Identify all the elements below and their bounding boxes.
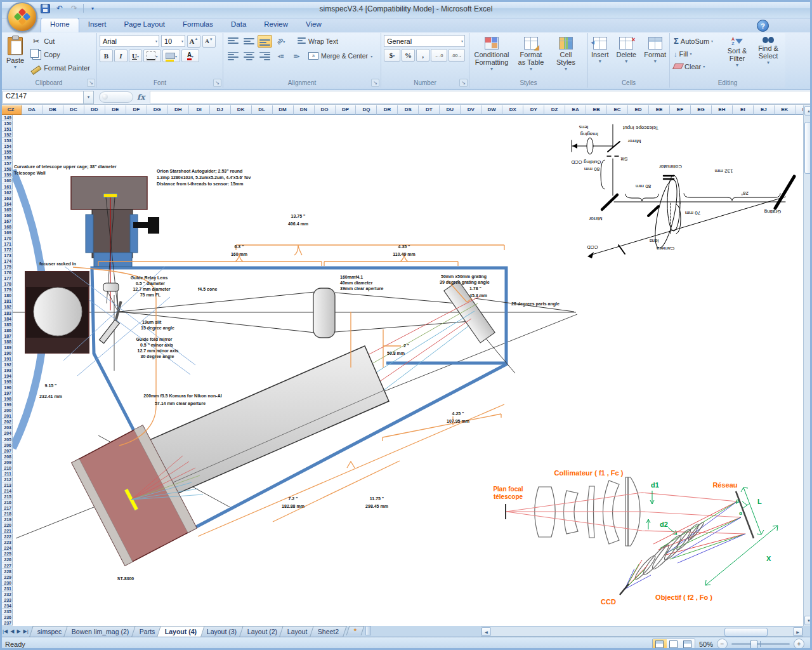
- column-header-DL[interactable]: DL: [252, 105, 273, 115]
- column-header-DE[interactable]: DE: [105, 105, 126, 115]
- row-header-199[interactable]: 199: [0, 402, 13, 408]
- row-header-220[interactable]: 220: [0, 522, 13, 528]
- column-header-DU[interactable]: DU: [440, 105, 461, 115]
- column-header-DR[interactable]: DR: [377, 105, 398, 115]
- tab-view[interactable]: View: [297, 18, 331, 32]
- zoom-level[interactable]: 50%: [699, 640, 713, 648]
- row-header-190[interactable]: 190: [0, 350, 13, 356]
- tab-insert[interactable]: Insert: [79, 18, 115, 32]
- row-header-233[interactable]: 233: [0, 597, 13, 603]
- redo-button[interactable]: ↷: [69, 3, 80, 14]
- row-header-187[interactable]: 187: [0, 333, 13, 339]
- row-header-171[interactable]: 171: [0, 241, 13, 247]
- row-header-232[interactable]: 232: [0, 592, 13, 597]
- increase-indent-button[interactable]: ≣▸: [289, 50, 304, 62]
- row-header-213[interactable]: 213: [0, 482, 13, 488]
- conditional-formatting-button[interactable]: Conditional Formatting ▾: [472, 35, 511, 73]
- align-middle-button[interactable]: [242, 35, 256, 48]
- insert-worksheet-tab[interactable]: *: [346, 626, 364, 635]
- row-header-230[interactable]: 230: [0, 580, 13, 586]
- scroll-up-button[interactable]: ▲: [804, 106, 812, 116]
- sheet-tab-bowen-lim-mag-2[interactable]: Bowen lim_mag (2): [64, 626, 138, 637]
- row-header-172[interactable]: 172: [0, 247, 13, 253]
- column-header-DZ[interactable]: DZ: [544, 105, 565, 115]
- row-header-166[interactable]: 166: [0, 213, 13, 218]
- align-left-button[interactable]: [226, 50, 240, 62]
- sheet-tab-sheet2[interactable]: Sheet2: [310, 626, 347, 637]
- column-header-DA[interactable]: DA: [22, 105, 43, 115]
- row-header-197[interactable]: 197: [0, 390, 13, 396]
- align-top-button[interactable]: [226, 35, 240, 48]
- sheet-tab-layout-4[interactable]: Layout (4): [157, 626, 206, 637]
- column-header-EK[interactable]: EK: [775, 105, 796, 115]
- row-header-209[interactable]: 209: [0, 460, 13, 465]
- column-header-EA[interactable]: EA: [565, 105, 586, 115]
- row-header-183[interactable]: 183: [0, 310, 13, 316]
- column-header-DQ[interactable]: DQ: [356, 105, 377, 115]
- font-dialog-launcher[interactable]: ↘: [213, 79, 221, 87]
- undo-button[interactable]: ↶: [54, 3, 65, 14]
- row-header-156[interactable]: 156: [0, 155, 13, 161]
- column-header-DY[interactable]: DY: [523, 105, 544, 115]
- prev-sheet-button[interactable]: ◀: [10, 628, 14, 634]
- row-header-231[interactable]: 231: [0, 586, 13, 592]
- tab-page-layout[interactable]: Page Layout: [115, 18, 174, 32]
- scroll-left-button[interactable]: ◀: [481, 627, 491, 636]
- column-header-DN[interactable]: DN: [294, 105, 315, 115]
- row-header-212[interactable]: 212: [0, 477, 13, 482]
- column-header-DH[interactable]: DH: [168, 105, 189, 115]
- number-dialog-launcher[interactable]: ↘: [459, 79, 468, 87]
- column-header-EF[interactable]: EF: [670, 105, 691, 115]
- row-header-168[interactable]: 168: [0, 224, 13, 230]
- tab-formulas[interactable]: Formulas: [174, 18, 222, 32]
- row-header-217[interactable]: 217: [0, 505, 13, 511]
- column-header-EH[interactable]: EH: [712, 105, 733, 115]
- row-header-151[interactable]: 151: [0, 126, 13, 132]
- format-cells-button[interactable]: Format ▾: [641, 35, 669, 65]
- horizontal-scrollbar[interactable]: ◀ ▶: [481, 627, 803, 637]
- row-header-188[interactable]: 188: [0, 339, 13, 345]
- customize-qat-button[interactable]: ▾: [87, 3, 98, 14]
- column-header-DW[interactable]: DW: [481, 105, 502, 115]
- column-header-EB[interactable]: EB: [586, 105, 607, 115]
- row-header-202[interactable]: 202: [0, 419, 13, 425]
- row-header-229[interactable]: 229: [0, 574, 13, 580]
- row-header-208[interactable]: 208: [0, 454, 13, 460]
- zoom-out-button[interactable]: −: [717, 639, 728, 649]
- page-break-view-button[interactable]: [681, 639, 695, 649]
- row-header-192[interactable]: 192: [0, 362, 13, 368]
- font-size-select[interactable]: 10 ▾: [161, 35, 185, 47]
- align-bottom-button[interactable]: [258, 35, 272, 48]
- normal-view-button[interactable]: [653, 639, 667, 649]
- row-header-221[interactable]: 221: [0, 528, 13, 534]
- row-header-219[interactable]: 219: [0, 517, 13, 522]
- zoom-in-button[interactable]: +: [794, 639, 804, 649]
- vertical-scrollbar[interactable]: ▲ ▼: [803, 105, 812, 626]
- orientation-button[interactable]: ab▾: [273, 35, 288, 48]
- name-box-dropdown[interactable]: ▾: [84, 91, 94, 104]
- column-header-DC[interactable]: DC: [63, 105, 84, 115]
- sheet-tab-layout-2[interactable]: Layout (2): [239, 626, 285, 637]
- row-header-184[interactable]: 184: [0, 316, 13, 322]
- insert-function-button[interactable]: fx: [137, 93, 145, 102]
- column-header-DG[interactable]: DG: [147, 105, 168, 115]
- row-header-154[interactable]: 154: [0, 143, 13, 149]
- column-header-EE[interactable]: EE: [649, 105, 670, 115]
- column-header-CZ[interactable]: CZ: [1, 105, 22, 115]
- row-header-161[interactable]: 161: [0, 184, 13, 190]
- row-header-214[interactable]: 214: [0, 488, 13, 494]
- row-header-225[interactable]: 225: [0, 551, 13, 557]
- comma-style-button[interactable]: ,: [416, 49, 429, 62]
- column-header-DD[interactable]: DD: [84, 105, 105, 115]
- row-header-223[interactable]: 223: [0, 540, 13, 545]
- column-header-DX[interactable]: DX: [502, 105, 523, 115]
- insert-cells-button[interactable]: ◂ Insert ▾: [589, 35, 612, 65]
- column-header-DJ[interactable]: DJ: [210, 105, 231, 115]
- row-header-165[interactable]: 165: [0, 207, 13, 213]
- row-header-237[interactable]: 237: [0, 620, 13, 626]
- row-header-211[interactable]: 211: [0, 471, 13, 477]
- row-header-173[interactable]: 173: [0, 253, 13, 258]
- row-header-193[interactable]: 193: [0, 368, 13, 373]
- page-layout-view-button[interactable]: [667, 639, 681, 649]
- row-header-155[interactable]: 155: [0, 149, 13, 155]
